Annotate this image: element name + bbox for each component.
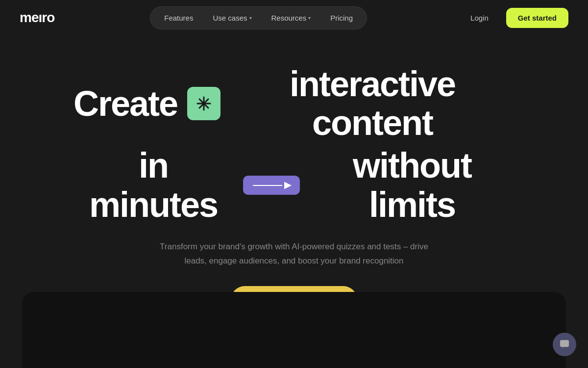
nav-resources[interactable]: Resources ▾ xyxy=(263,10,320,26)
chat-bubble-button[interactable] xyxy=(553,333,576,356)
hero-title-without-limits: without limits xyxy=(310,146,514,224)
nav-pricing[interactable]: Pricing xyxy=(321,10,362,26)
interactive-icon xyxy=(187,87,220,120)
nav-use-cases[interactable]: Use cases ▾ xyxy=(204,10,260,26)
hero-section: Create interactive content in minutes ▶ … xyxy=(0,35,588,334)
hero-title-interactive-content: interactive content xyxy=(230,65,514,142)
arrow-icon: ▶ xyxy=(243,176,300,195)
get-started-nav-button[interactable]: Get started xyxy=(506,8,568,28)
nav-actions: Login Get started xyxy=(463,8,568,28)
hero-title-in-minutes: in minutes xyxy=(74,146,233,224)
login-button[interactable]: Login xyxy=(463,10,496,26)
chevron-down-icon: ▾ xyxy=(308,15,311,21)
hero-subtitle: Transform your brand's growth with AI-po… xyxy=(157,240,431,268)
hero-title: Create interactive content in minutes ▶ … xyxy=(74,65,514,224)
chevron-down-icon: ▾ xyxy=(249,15,252,21)
bottom-preview-card xyxy=(22,292,566,368)
nav-menu: Features Use cases ▾ Resources ▾ Pricing xyxy=(150,6,367,29)
svg-rect-0 xyxy=(560,340,569,347)
hero-title-create: Create xyxy=(74,84,177,123)
nav-features[interactable]: Features xyxy=(155,10,202,26)
navbar: meıro Features Use cases ▾ Resources ▾ P… xyxy=(0,0,588,35)
logo: meıro xyxy=(20,10,54,26)
